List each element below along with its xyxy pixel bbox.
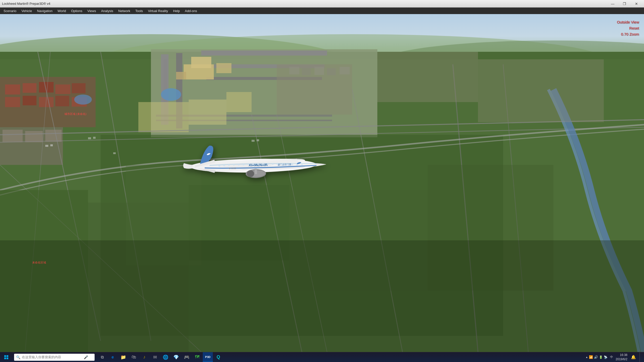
menu-add-ons[interactable]: Add-ons <box>182 8 199 14</box>
airplane: XIAMENAIR 厦门航空门票 B-0063 <box>180 141 327 193</box>
windows-logo <box>4 355 8 359</box>
svg-rect-36 <box>25 131 43 142</box>
show-desktop-button[interactable] <box>639 352 641 362</box>
svg-rect-55 <box>327 68 336 75</box>
svg-rect-27 <box>55 84 70 94</box>
svg-rect-71 <box>257 139 259 141</box>
svg-point-49 <box>161 88 181 101</box>
svg-rect-68 <box>93 137 96 139</box>
game-icon[interactable]: 💎 <box>171 352 181 362</box>
svg-text:B-0063: B-0063 <box>229 167 236 169</box>
airplane-svg: XIAMENAIR 厦门航空门票 B-0063 <box>180 141 327 192</box>
titlebar-title: Lockheed Martin® Prepar3D® v4 <box>2 2 50 6</box>
start-button[interactable] <box>0 352 13 362</box>
notification-button[interactable]: 🔔 <box>629 352 638 362</box>
system-tray: ▲ 📶 🔊 🔋 📡 <box>585 355 608 359</box>
svg-rect-58 <box>478 59 604 122</box>
clock-time: 16:38 <box>616 353 627 357</box>
reset-label: Reset <box>617 25 639 31</box>
svg-rect-69 <box>113 152 116 154</box>
svg-rect-65 <box>45 145 48 147</box>
maps-icon[interactable]: 🗺 <box>192 352 202 362</box>
titlebar: Lockheed Martin® Prepar3D® v4 — ❐ ✕ <box>0 0 644 8</box>
menu-vehicle[interactable]: Vehicle <box>19 8 34 14</box>
svg-point-50 <box>74 95 92 105</box>
menu-help[interactable]: Help <box>171 8 182 14</box>
menu-analysis[interactable]: Analysis <box>99 8 116 14</box>
network-tray-icon[interactable]: 📶 <box>589 355 593 359</box>
clock-date: 2019/6/2 <box>616 357 627 361</box>
svg-rect-66 <box>50 144 53 146</box>
svg-rect-37 <box>45 130 62 142</box>
close-button[interactable]: ✕ <box>631 1 642 7</box>
mail-icon[interactable]: ✉ <box>150 352 160 362</box>
svg-rect-56 <box>340 67 350 74</box>
menu-virtual-reality[interactable]: Virtual Reality <box>145 8 171 14</box>
battery-tray-icon[interactable]: 🔋 <box>599 355 603 359</box>
restore-button[interactable]: ❐ <box>619 1 630 7</box>
svg-rect-57 <box>377 52 478 102</box>
taskbar-search-box[interactable]: 🔍 🎤 <box>14 354 95 361</box>
svg-rect-25 <box>23 83 36 93</box>
menu-navigation[interactable]: Navigation <box>34 8 55 14</box>
menu-world[interactable]: World <box>55 8 69 14</box>
terrain-label-1: 城市区域 (未命名) <box>64 112 86 116</box>
search-input[interactable] <box>22 355 82 359</box>
svg-rect-52 <box>289 67 299 74</box>
music-icon[interactable]: ♪ <box>139 352 149 362</box>
svg-rect-21 <box>226 92 252 112</box>
app-icon-12[interactable]: Q <box>213 352 223 362</box>
globe-icon[interactable]: 🌐 <box>160 352 171 362</box>
edge-icon[interactable]: e <box>108 352 118 362</box>
svg-rect-16 <box>176 72 186 79</box>
taskbar-right: ▲ 📶 🔊 🔋 📡 中 16:38 2019/6/2 🔔 <box>585 352 644 362</box>
menu-views[interactable]: Views <box>85 8 98 14</box>
svg-rect-77 <box>255 169 257 174</box>
svg-rect-30 <box>23 96 36 105</box>
outside-view-label: Outside View <box>617 19 639 25</box>
svg-rect-72 <box>0 240 644 352</box>
svg-rect-15 <box>216 63 231 73</box>
menubar: Scenario Vehicle Navigation World Option… <box>0 8 644 14</box>
store-icon[interactable]: 🛍 <box>129 352 139 362</box>
wifi-tray-icon[interactable]: 📡 <box>604 355 608 359</box>
svg-rect-70 <box>252 140 255 142</box>
svg-rect-20 <box>189 100 226 125</box>
minimize-button[interactable]: — <box>607 1 618 7</box>
svg-rect-29 <box>5 97 20 107</box>
system-clock[interactable]: 16:38 2019/6/2 <box>616 353 627 361</box>
zoom-label: 0.70 Zoom <box>617 31 639 37</box>
overlay-info: Outside View Reset 0.70 Zoom <box>617 19 639 37</box>
taskbar-icons: ⧉ e 📁 🛍 ♪ ✉ 🌐 💎 🎮 🗺 P3D Q <box>97 352 223 362</box>
search-icon: 🔍 <box>16 355 20 359</box>
svg-rect-54 <box>314 67 324 75</box>
volume-tray-icon[interactable]: 🔊 <box>594 355 598 359</box>
svg-text:厦门航空门票: 厦门航空门票 <box>277 163 291 166</box>
app-icon-9[interactable]: 🎮 <box>182 352 192 362</box>
taskbar: 🔍 🎤 ⧉ e 📁 🛍 ♪ ✉ 🌐 💎 🎮 🗺 P3D Q ▲ 📶 🔊 🔋 📡 … <box>0 352 644 362</box>
menu-options[interactable]: Options <box>68 8 85 14</box>
menu-tools[interactable]: Tools <box>133 8 145 14</box>
terrain-label-2: 未命名区域 <box>32 261 46 264</box>
sim-view: XIAMENAIR 厦门航空门票 B-0063 <box>0 14 644 352</box>
expand-tray-icon[interactable]: ▲ <box>585 356 588 358</box>
titlebar-controls: — ❐ ✕ <box>607 1 642 7</box>
svg-rect-24 <box>5 84 20 95</box>
microphone-icon[interactable]: 🎤 <box>84 355 88 359</box>
svg-rect-67 <box>88 137 91 139</box>
language-indicator[interactable]: 中 <box>609 355 614 359</box>
svg-rect-9 <box>201 51 327 56</box>
svg-rect-14 <box>191 57 211 68</box>
svg-rect-32 <box>55 96 69 106</box>
menu-network[interactable]: Network <box>116 8 133 14</box>
explorer-icon[interactable]: 📁 <box>118 352 128 362</box>
task-view-button[interactable]: ⧉ <box>97 352 107 362</box>
p3d-icon[interactable]: P3D <box>203 352 213 362</box>
svg-rect-28 <box>72 83 86 93</box>
menu-scenario[interactable]: Scenario <box>1 8 19 14</box>
svg-rect-19 <box>138 102 189 132</box>
svg-rect-35 <box>3 130 23 142</box>
svg-rect-53 <box>302 68 311 75</box>
